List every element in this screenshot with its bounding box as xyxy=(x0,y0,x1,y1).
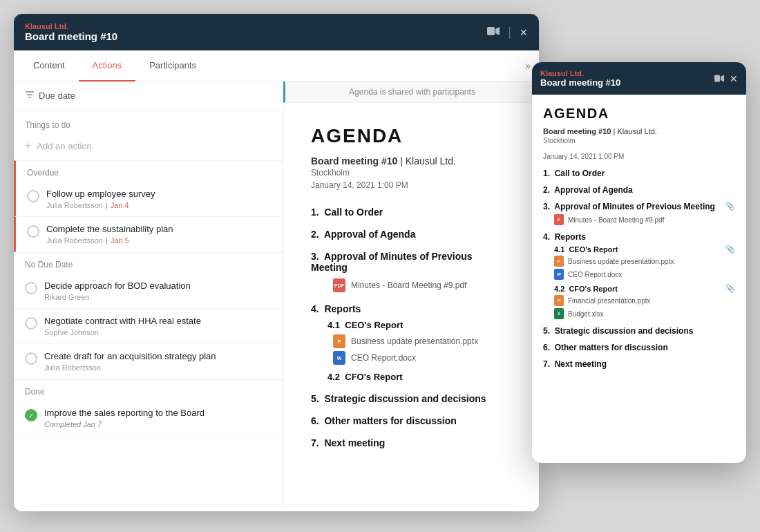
mobile-agenda-title: AGENDA xyxy=(543,106,735,122)
assignee-nodue-1: Rikard Green xyxy=(44,293,89,301)
mobile-controls: ✕ xyxy=(714,73,738,84)
mobile-item-6-title: 6. Other matters for discussion xyxy=(543,343,735,352)
separator-overdue-2: | xyxy=(106,236,108,245)
attachment-biz[interactable]: P Business update presentation.pptx xyxy=(333,334,511,348)
mobile-datetime: January 14, 2021 1:00 PM xyxy=(543,153,735,160)
agenda-item-6: 6. Other matters for discussion xyxy=(311,415,511,426)
mobile-pptx-icon-biz: P xyxy=(554,256,564,267)
mobile-item-3: 3. Approval of Minutes of Previous Meeti… xyxy=(543,202,735,225)
mobile-window: Klausul Ltd. Board meeting #10 ✕ AGENDA … xyxy=(532,62,746,463)
video-button[interactable] xyxy=(487,26,500,38)
agenda-item-2: 2. Approval of Agenda xyxy=(311,229,511,240)
mobile-attachment-budget[interactable]: X Budget.xlsx xyxy=(554,308,735,319)
agenda-item-3-title: 3. Approval of Minutes of Previous Meeti… xyxy=(311,251,511,273)
checkbox-nodue-1[interactable] xyxy=(25,282,37,294)
mobile-pptx-icon-fin: P xyxy=(554,295,564,306)
mobile-attachment-ceo[interactable]: W CEO Report.docx xyxy=(554,269,735,280)
action-meta-overdue-1: Julia Robertsson | Jan 4 xyxy=(46,201,272,209)
mobile-attachment-fin[interactable]: P Financial presentation.pptx xyxy=(554,295,735,306)
window-body: Due date Things to do + Add an action Ov… xyxy=(14,82,539,511)
action-meta-nodue-2: Sophie Johnson xyxy=(44,328,272,336)
checkbox-overdue-2[interactable] xyxy=(27,225,39,238)
checkbox-nodue-2[interactable] xyxy=(25,317,37,330)
agenda-4-2-title: 4.2 CFO's Report xyxy=(327,372,511,382)
action-title-done-1: Improve the sales reporting to the Board xyxy=(44,408,272,418)
tabs-bar: Content Actions Participants » xyxy=(14,50,539,82)
clip-icon-3: 📎 xyxy=(725,202,735,211)
agenda-item-3-attachments: PDF Minutes - Board Meeting #9.pdf xyxy=(327,278,511,292)
assignee-nodue-2: Sophie Johnson xyxy=(44,328,99,336)
filter-icon xyxy=(25,90,35,102)
mobile-4-2-title: 4.2 CFO's Report 📎 xyxy=(554,284,735,293)
mobile-4-1-text: 4.1 CEO's Report xyxy=(554,245,618,254)
mobile-item-3-text: 3. Approval of Minutes of Previous Meeti… xyxy=(543,202,715,211)
section-no-due-date: No Due Date xyxy=(14,252,283,274)
tab-actions[interactable]: Actions xyxy=(79,50,136,82)
agenda-meeting-label: Board meeting #10 xyxy=(311,155,397,167)
mobile-close-button[interactable]: ✕ xyxy=(730,73,738,84)
svg-rect-5 xyxy=(714,75,720,82)
add-icon: + xyxy=(25,140,31,152)
svg-rect-0 xyxy=(487,27,495,35)
window-header: Klausul Ltd. Board meeting #10 | ✕ xyxy=(14,14,539,50)
attachment-biz-name: Business update presentation.pptx xyxy=(351,336,478,346)
checkbox-done-1[interactable]: ✓ xyxy=(25,409,37,421)
mobile-meeting-name: Board meeting #10 xyxy=(540,77,620,88)
checkbox-overdue-1[interactable] xyxy=(27,190,39,202)
section-done: Done xyxy=(14,379,283,401)
action-content-nodue-1: Decide approach for BOD evaluation Rikar… xyxy=(44,281,272,301)
mobile-attachment-minutes[interactable]: P Minutes - Board Meeting #9.pdf xyxy=(554,214,735,225)
action-item-nodue-1[interactable]: Decide approach for BOD evaluation Rikar… xyxy=(14,274,283,309)
action-title-overdue-1: Follow up employee survey xyxy=(46,189,272,199)
left-panel: Due date Things to do + Add an action Ov… xyxy=(14,82,283,511)
action-meta-nodue-3: Julia Robertsson xyxy=(44,363,272,372)
pptx-icon-biz: P xyxy=(333,334,345,348)
agenda-item-7-title: 7. Next meeting xyxy=(311,437,511,448)
section-things-to-do: Things to do xyxy=(14,111,283,134)
mobile-attachment-fin-name: Financial presentation.pptx xyxy=(568,297,651,305)
action-item-nodue-3[interactable]: Create draft for an acquisition strategy… xyxy=(14,344,283,379)
agenda-item-5: 5. Strategic discussion and decisions xyxy=(311,393,511,404)
shared-banner: Agenda is shared with participants xyxy=(283,82,539,103)
action-item-nodue-2[interactable]: Negotiate contract with HHA real estate … xyxy=(14,309,283,344)
mobile-item-5: 5. Strategic discussion and decisions xyxy=(543,326,735,336)
tab-participants[interactable]: Participants xyxy=(135,50,210,82)
action-item-overdue-2[interactable]: Complete the sustainability plan Julia R… xyxy=(14,217,283,252)
mobile-body: AGENDA Board meeting #10 | Klausul Ltd. … xyxy=(532,95,746,463)
action-meta-nodue-1: Rikard Green xyxy=(44,293,272,301)
header-divider: | xyxy=(508,25,511,39)
agenda-datetime: January 14, 2021 1:00 PM xyxy=(311,180,511,190)
mobile-item-2: 2. Approval of Agenda xyxy=(543,185,735,195)
agenda-company: Klausul Ltd. xyxy=(406,155,456,167)
filter-label: Due date xyxy=(39,91,75,101)
attachment-minutes[interactable]: PDF Minutes - Board Meeting #9.pdf xyxy=(333,278,511,292)
checkbox-nodue-3[interactable] xyxy=(25,352,37,365)
assignee-nodue-3: Julia Robertsson xyxy=(44,363,101,372)
mobile-item-7-title: 7. Next meeting xyxy=(543,359,735,369)
assignee-overdue-1: Julia Robertsson xyxy=(46,201,103,209)
svg-marker-6 xyxy=(721,75,724,82)
mobile-attachment-biz[interactable]: P Business update presentation.pptx xyxy=(554,256,735,267)
action-content-overdue-1: Follow up employee survey Julia Robertss… xyxy=(46,189,272,209)
docx-icon-ceo: W xyxy=(333,351,345,365)
mobile-video-button[interactable] xyxy=(714,73,724,84)
action-item-done-1[interactable]: ✓ Improve the sales reporting to the Boa… xyxy=(14,401,283,436)
agenda-item-4-title: 4. Reports xyxy=(311,303,511,314)
agenda-item-5-title: 5. Strategic discussion and decisions xyxy=(311,393,511,404)
attachment-ceo[interactable]: W CEO Report.docx xyxy=(333,351,511,365)
mobile-header: Klausul Ltd. Board meeting #10 ✕ xyxy=(532,62,746,95)
action-item-overdue-1[interactable]: Follow up employee survey Julia Robertss… xyxy=(14,182,283,217)
mobile-item-2-title: 2. Approval of Agenda xyxy=(543,185,735,195)
agenda-item-2-title: 2. Approval of Agenda xyxy=(311,229,511,240)
add-action-row[interactable]: + Add an action xyxy=(14,134,283,160)
action-content-nodue-3: Create draft for an acquisition strategy… xyxy=(44,351,272,372)
due-date-overdue-1: Jan 4 xyxy=(111,201,129,209)
mobile-company-label: Klausul Ltd. xyxy=(617,127,656,135)
tab-content[interactable]: Content xyxy=(19,50,79,82)
close-button[interactable]: ✕ xyxy=(520,27,528,38)
mobile-item-4-sub: 4.1 CEO's Report 📎 P Business update pre… xyxy=(554,245,735,319)
mobile-company-name: Klausul Ltd. xyxy=(540,69,620,77)
mobile-location: Stockholm xyxy=(543,137,735,144)
agenda-content: AGENDA Board meeting #10 | Klausul Ltd. … xyxy=(283,103,539,482)
mobile-meeting-label: Board meeting #10 | Klausul Ltd. xyxy=(543,127,735,135)
